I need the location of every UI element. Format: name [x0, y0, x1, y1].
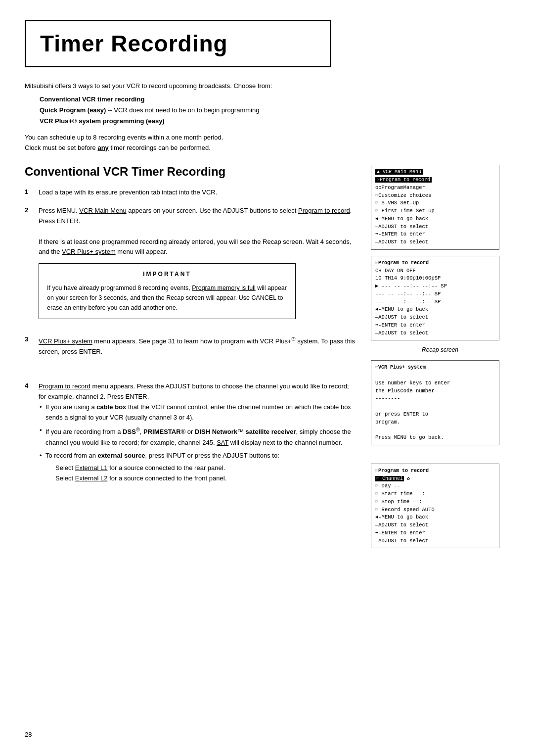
schedule-text: You can schedule up to 8 recording event… — [25, 133, 321, 153]
intro-item-3: VCR Plus+® system programming (easy) — [40, 116, 509, 127]
screen3-line3: the PlusCode number — [375, 387, 495, 395]
page-title: Timer Recording — [40, 30, 316, 57]
screen4-adjust2: —ADJUST to select — [375, 537, 495, 545]
step-4: 4 Program to record menu appears. Press … — [25, 381, 356, 487]
important-text: If you have already programmed 8 recordi… — [47, 283, 287, 313]
important-box: IMPORTANT If you have already programmed… — [39, 263, 296, 319]
page-number: 28 — [25, 731, 32, 738]
intro-item-2: Quick Program (easy) -- VCR does not nee… — [40, 105, 509, 116]
bullet-cable-box: If you are using a cable box that the VC… — [39, 402, 356, 423]
screen1-highlight: ☞Program to record — [375, 176, 495, 184]
step-3-number: 3 — [25, 335, 33, 343]
screen3-line1 — [375, 372, 495, 379]
step-4-bullets: If you are using a cable box that the VC… — [39, 402, 356, 484]
screen4-day: ☞ Day -- — [375, 482, 495, 490]
screen2-line7: —ADJUST to select — [375, 314, 495, 322]
intro-items: Conventional VCR timer recording Quick P… — [40, 94, 509, 127]
screen3-line9: Press MENU to go back. — [375, 434, 495, 442]
section-title: Conventional VCR Timer Recording — [25, 165, 356, 179]
screen2-line1: CH DAY ON OFF — [375, 267, 495, 275]
screen2-line5: --- -- --:-- --:-- SP — [375, 298, 495, 306]
screen1-title: ▲ VCR Main Menu — [375, 168, 495, 176]
step-1: 1 Load a tape with its erasure preventio… — [25, 188, 356, 198]
screen2-line3: ▶ --- -- --:-- --:-- SP — [375, 283, 495, 290]
screen1-line3: ☞ S-VHS Set-Up — [375, 199, 495, 207]
screen1-line7: ➡-ENTER to enter — [375, 231, 495, 238]
screen2-line9: —ADJUST to select — [375, 330, 495, 337]
page-title-box: Timer Recording — [25, 20, 331, 67]
step-3-content: VCR Plus+ system menu appears. See page … — [39, 335, 356, 357]
screen4-adjust1: —ADJUST to select — [375, 521, 495, 529]
screen2-line6: ◄-MENU to go back — [375, 306, 495, 314]
step-1-content: Load a tape with its erasure prevention … — [39, 188, 356, 198]
screen1-line6: —ADJUST to select — [375, 223, 495, 231]
screen4-speed: ☞ Record speed AUTO — [375, 506, 495, 514]
screen-vcr-main-menu: ▲ VCR Main Menu ☞Program to record ooPro… — [371, 165, 499, 250]
screen3-line6: or press ENTER to — [375, 411, 495, 419]
screen3-line7: program. — [375, 419, 495, 426]
screen1-line2: ☞Customize choices — [375, 192, 495, 200]
screen4-title: ☞Program to record — [375, 467, 495, 475]
step-2-content: Press MENU. VCR Main Menu appears on you… — [39, 206, 356, 325]
screen3-title: ☞VCR Plus+ system — [375, 364, 495, 372]
screen-vcr-plus: ☞VCR Plus+ system Use number keys to ent… — [371, 360, 499, 445]
step-2-number: 2 — [25, 206, 33, 214]
screen-program-to-record: ☞Program to record CH DAY ON OFF 10 TH14… — [371, 256, 499, 341]
screen2-line8: ➡-ENTER to enter — [375, 322, 495, 330]
screen4-start: ☞ Start time --:-- — [375, 490, 495, 498]
screen3-line5 — [375, 403, 495, 411]
step-2: 2 Press MENU. VCR Main Menu appears on y… — [25, 206, 356, 325]
important-title: IMPORTANT — [47, 270, 287, 279]
left-column: Conventional VCR Timer Recording 1 Load … — [25, 165, 371, 494]
screen-program-channel: ☞Program to record ☞ Channel ✿ ☞ Day -- … — [371, 464, 499, 549]
intro-item-1: Conventional VCR timer recording — [40, 94, 509, 105]
screen1-line5: ◄-MENU to go back — [375, 215, 495, 223]
screen2-title: ☞Program to record — [375, 259, 495, 267]
right-column: ▲ VCR Main Menu ☞Program to record ooPro… — [371, 165, 509, 554]
screen3-line2: Use number keys to enter — [375, 379, 495, 387]
screen3-line8 — [375, 426, 495, 434]
step-4-number: 4 — [25, 382, 33, 389]
screen2-line4: --- -- --:-- --:-- SP — [375, 290, 495, 298]
screen4-channel-highlight: ☞ Channel ✿ — [375, 475, 495, 483]
screen1-line4: ☞ First Time Set-Up — [375, 207, 495, 215]
screen2-line2: 10 TH14 9:00p10:00pSP — [375, 275, 495, 283]
screen4-enter: ➡-ENTER to enter — [375, 529, 495, 537]
recap-label: Recap screen — [371, 346, 509, 353]
screen4-stop: ☞ Stop time --:-- — [375, 498, 495, 506]
bullet-satellite: If you are recording from a DSS®, PRIMES… — [39, 425, 356, 448]
screen4-menu: ◄-MENU to go back — [375, 514, 495, 521]
intro-paragraph: Mitsubishi offers 3 ways to set your VCR… — [25, 81, 321, 91]
step-4-content: Program to record menu appears. Press th… — [39, 381, 356, 487]
screen1-line1: ooProgramManager — [375, 184, 495, 192]
screen1-line8: —ADJUST to select — [375, 238, 495, 246]
sub-indent-items: Select External L1 for a source connecte… — [45, 463, 356, 484]
bullet-external: To record from an external source, press… — [39, 451, 356, 483]
step-1-number: 1 — [25, 188, 33, 195]
step-3: 3 VCR Plus+ system menu appears. See pag… — [25, 335, 356, 357]
screen3-line4: -------- — [375, 395, 495, 403]
